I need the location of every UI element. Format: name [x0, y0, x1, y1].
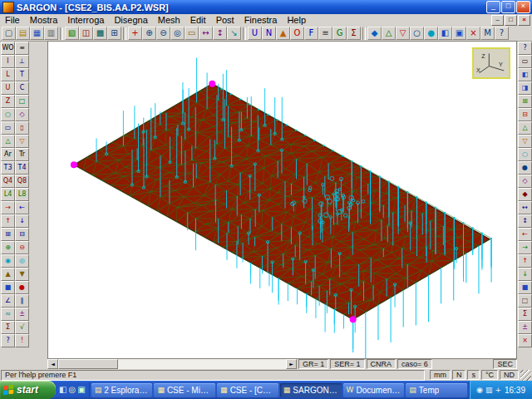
menu-mesh[interactable]: Mesh	[153, 15, 185, 26]
right-tool-15[interactable]: ←	[518, 228, 532, 241]
left-tool-24[interactable]: L8	[15, 188, 29, 201]
left-tool-45[interactable]: ?	[1, 334, 15, 347]
left-tool-33[interactable]: ◉	[1, 254, 15, 268]
right-tool-12[interactable]: ◆	[518, 188, 532, 201]
scroll-thumb[interactable]	[58, 359, 118, 369]
toolbar-button-11[interactable]: +	[128, 27, 142, 40]
right-tool-22[interactable]: ±	[518, 321, 532, 334]
right-tool-9[interactable]: ○	[518, 148, 532, 161]
right-tool-7[interactable]: △	[518, 121, 532, 135]
toolbar-button-25[interactable]: ≡	[318, 27, 332, 40]
toolbar-button-7[interactable]: ◫	[79, 27, 93, 40]
menu-help[interactable]: Help	[282, 15, 311, 26]
tray-icon-2[interactable]: ▥	[485, 386, 493, 394]
mdi-restore-button[interactable]: □	[505, 15, 517, 26]
left-tool-31[interactable]: ⊕	[1, 241, 15, 254]
toolbar-button-6[interactable]: ▧	[65, 27, 79, 40]
left-tool-34[interactable]: ◎	[15, 254, 29, 268]
left-tool-35[interactable]: ▲	[1, 268, 15, 281]
left-tool-32[interactable]: ⊖	[15, 241, 29, 254]
toolbar-button-15[interactable]: ▭	[185, 27, 199, 40]
right-tool-5[interactable]: ⊞	[518, 95, 532, 108]
left-tool-5[interactable]: L	[1, 68, 15, 81]
menu-finestra[interactable]: Finestra	[239, 15, 283, 26]
left-tool-40[interactable]: ∥	[15, 294, 29, 308]
toolbar-button-27[interactable]: Σ	[347, 27, 361, 40]
scroll-left-button[interactable]: ◄	[47, 359, 58, 369]
toolbar-button-4[interactable]: ▥	[44, 27, 58, 40]
right-tool-2[interactable]: ▭	[518, 55, 532, 68]
left-tool-11[interactable]: ○	[1, 108, 15, 121]
right-tool-3[interactable]: ◧	[518, 68, 532, 81]
fem-mesh-viewport[interactable]	[48, 42, 516, 358]
horizontal-scrollbar[interactable]: ◄ ►	[47, 359, 297, 369]
left-tool-13[interactable]: ▭	[1, 121, 15, 135]
left-tool-9[interactable]: Z	[1, 95, 15, 108]
toolbar-button-2[interactable]: ▤	[16, 27, 30, 40]
left-tool-14[interactable]: ▯	[15, 121, 29, 135]
left-tool-36[interactable]: ▼	[15, 268, 29, 281]
left-tool-44[interactable]: √	[15, 321, 29, 334]
left-tool-12[interactable]: ◇	[15, 108, 29, 121]
right-tool-11[interactable]: ◇	[518, 175, 532, 188]
toolbar-button-12[interactable]: ⊕	[142, 27, 156, 40]
resize-grip[interactable]	[520, 370, 531, 381]
toolbar-button-26[interactable]: G	[332, 27, 347, 40]
left-tool-26[interactable]: ←	[15, 201, 29, 214]
left-tool-3[interactable]: I	[1, 55, 15, 68]
left-tool-46[interactable]: !	[15, 334, 29, 347]
toolbar-button-20[interactable]: U	[248, 27, 262, 40]
left-tool-43[interactable]: Σ	[1, 321, 15, 334]
toolbar-button-24[interactable]: F	[304, 27, 318, 40]
right-tool-14[interactable]: ↕	[518, 214, 532, 228]
right-tool-6[interactable]: ⊟	[518, 108, 532, 121]
toolbar-button-9[interactable]: ⊞	[107, 27, 121, 40]
left-tool-29[interactable]: ⊞	[1, 228, 15, 241]
left-tool-6[interactable]: T	[15, 68, 29, 81]
menu-edit[interactable]: Edit	[185, 15, 211, 26]
left-tool-15[interactable]: △	[1, 135, 15, 148]
minimize-button[interactable]: _	[486, 1, 500, 13]
tray-icon-1[interactable]: ◉	[476, 386, 483, 394]
right-tool-18[interactable]: ↓	[518, 268, 532, 281]
toolbar-button-30[interactable]: △	[382, 27, 396, 40]
right-tool-21[interactable]: Σ	[518, 308, 532, 321]
left-tool-42[interactable]: ±	[15, 308, 29, 321]
close-button[interactable]: ×	[516, 1, 530, 13]
toolbar-button-21[interactable]: N	[262, 27, 276, 40]
taskbar-window-1[interactable]: ▤2 Esplora risorse	[91, 383, 153, 397]
left-tool-38[interactable]: ●	[15, 281, 29, 294]
menu-file[interactable]: File	[0, 15, 25, 26]
quicklaunch-icon-3[interactable]: ▣	[77, 383, 85, 397]
menu-disegna[interactable]: Disegna	[109, 15, 152, 26]
left-tool-20[interactable]: T4	[15, 161, 29, 175]
taskbar-window-6[interactable]: ▤Temp	[406, 383, 467, 397]
left-tool-18[interactable]: Tr	[15, 148, 29, 161]
toolbar-button-36[interactable]: ×	[466, 27, 480, 40]
left-tool-8[interactable]: C	[15, 81, 29, 95]
right-tool-4[interactable]: ◨	[518, 81, 532, 95]
toolbar-button-8[interactable]: ▩	[93, 27, 107, 40]
toolbar-button-3[interactable]: ▦	[30, 27, 44, 40]
menu-interroga[interactable]: Interroga	[62, 15, 109, 26]
start-button[interactable]: start	[0, 381, 56, 399]
menu-mostra[interactable]: Mostra	[25, 15, 63, 26]
right-tool-19[interactable]: ■	[518, 281, 532, 294]
left-tool-10[interactable]: □	[15, 95, 29, 108]
left-tool-4[interactable]: ⊥	[15, 55, 29, 68]
left-tool-22[interactable]: Q8	[15, 175, 29, 188]
right-tool-10[interactable]: ●	[518, 161, 532, 175]
model-canvas[interactable]: ZXY	[47, 41, 517, 359]
maximize-button[interactable]: □	[501, 1, 515, 13]
toolbar-button-33[interactable]: ●	[424, 27, 438, 40]
taskbar-window-4[interactable]: ▦SARGON - [CSE2...	[280, 383, 342, 397]
scroll-track[interactable]	[58, 359, 286, 369]
left-tool-16[interactable]: ▽	[15, 135, 29, 148]
toolbar-button-29[interactable]: ◆	[367, 27, 382, 40]
mdi-minimize-button[interactable]: –	[491, 15, 504, 26]
left-tool-28[interactable]: ↓	[15, 214, 29, 228]
taskbar-window-3[interactable]: ▦CSE - [CSE2_BIS...	[217, 383, 278, 397]
taskbar-window-5[interactable]: WDocumento1 - Mi...	[343, 383, 405, 397]
scroll-right-button[interactable]: ►	[286, 359, 297, 369]
menu-post[interactable]: Post	[211, 15, 239, 26]
